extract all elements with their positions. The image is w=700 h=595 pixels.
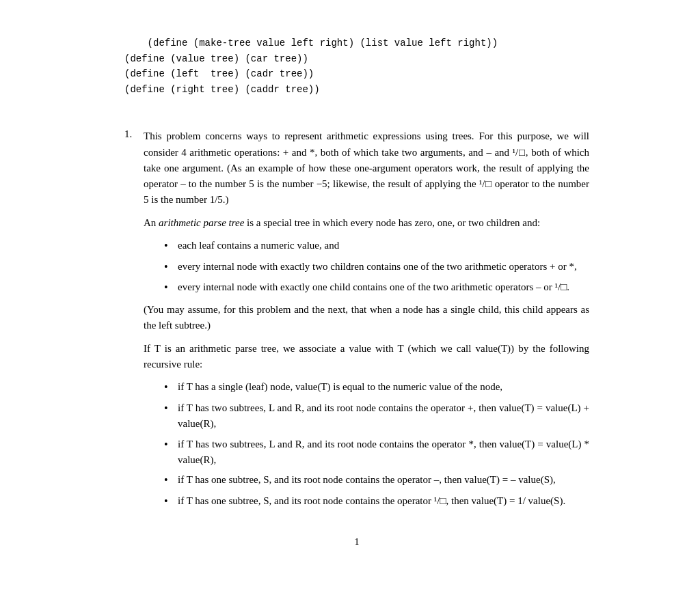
bullet-dot-2-1: •	[164, 379, 172, 396]
bullet-list-1: • each leaf contains a numeric value, an…	[164, 238, 589, 296]
page-number: 1	[124, 536, 589, 548]
paragraph-2-italic: arithmetic parse tree	[159, 217, 244, 228]
bullet-content-2-4: if T has one subtree, S, and its root no…	[178, 472, 589, 488]
bullet-dot-1-2: •	[164, 259, 172, 276]
bullet-content-1-2: every internal node with exactly two chi…	[178, 259, 589, 275]
bullet-dot-2-5: •	[164, 493, 172, 510]
code-line-2: (define (value tree) (car tree))	[124, 53, 308, 64]
paragraph-4: If T is an arithmetic parse tree, we ass…	[144, 341, 589, 373]
problem-body: This problem concerns ways to represent …	[144, 128, 589, 515]
bullet-dot-1-3: •	[164, 279, 172, 296]
problem-section: 1. This problem concerns ways to represe…	[124, 128, 589, 515]
bullet-dot-2-2: •	[164, 400, 172, 417]
bullet-dot-1-1: •	[164, 238, 172, 255]
bullet-content-1-3: every internal node with exactly one chi…	[178, 279, 589, 295]
paragraph-1: This problem concerns ways to represent …	[144, 128, 589, 208]
code-block: (define (make-tree value left right) (li…	[124, 20, 589, 112]
code-line-4: (define (right tree) (caddr tree))	[124, 84, 320, 95]
bullet-list-2: • if T has a single (leaf) node, value(T…	[164, 379, 589, 510]
bullet-item-2-1: • if T has a single (leaf) node, value(T…	[164, 379, 589, 396]
bullet-content-1-1: each leaf contains a numeric value, and	[178, 238, 589, 253]
code-line-1: (define (make-tree value left right) (li…	[148, 38, 498, 49]
code-line-3: (define (left tree) (cadr tree))	[124, 68, 314, 79]
bullet-content-2-3: if T has two subtrees, L and R, and its …	[178, 437, 589, 469]
paragraph-3: (You may assume, for this problem and th…	[144, 302, 589, 334]
bullet-item-2-2: • if T has two subtrees, L and R, and it…	[164, 400, 589, 432]
bullet-item-2-3: • if T has two subtrees, L and R, and it…	[164, 437, 589, 469]
paragraph-2-after-italic: is a special tree in which every node ha…	[244, 217, 540, 228]
bullet-item-2-4: • if T has one subtree, S, and its root …	[164, 472, 589, 489]
bullet-item-1-3: • every internal node with exactly one c…	[164, 279, 589, 296]
bullet-content-2-2: if T has two subtrees, L and R, and its …	[178, 400, 589, 432]
bullet-content-2-5: if T has one subtree, S, and its root no…	[178, 493, 589, 509]
problem-number-label: 1.	[124, 128, 138, 140]
bullet-item-2-5: • if T has one subtree, S, and its root …	[164, 493, 589, 510]
problem-number-row: 1. This problem concerns ways to represe…	[124, 128, 589, 515]
bullet-item-1-2: • every internal node with exactly two c…	[164, 259, 589, 276]
bullet-content-2-1: if T has a single (leaf) node, value(T) …	[178, 379, 589, 395]
bullet-dot-2-4: •	[164, 472, 172, 489]
bullet-dot-2-3: •	[164, 437, 172, 454]
paragraph-2: An arithmetic parse tree is a special tr…	[144, 215, 589, 231]
bullet-item-1-1: • each leaf contains a numeric value, an…	[164, 238, 589, 255]
paragraph-2-before-italic: An	[144, 217, 159, 228]
page: (define (make-tree value left right) (li…	[70, 0, 630, 575]
